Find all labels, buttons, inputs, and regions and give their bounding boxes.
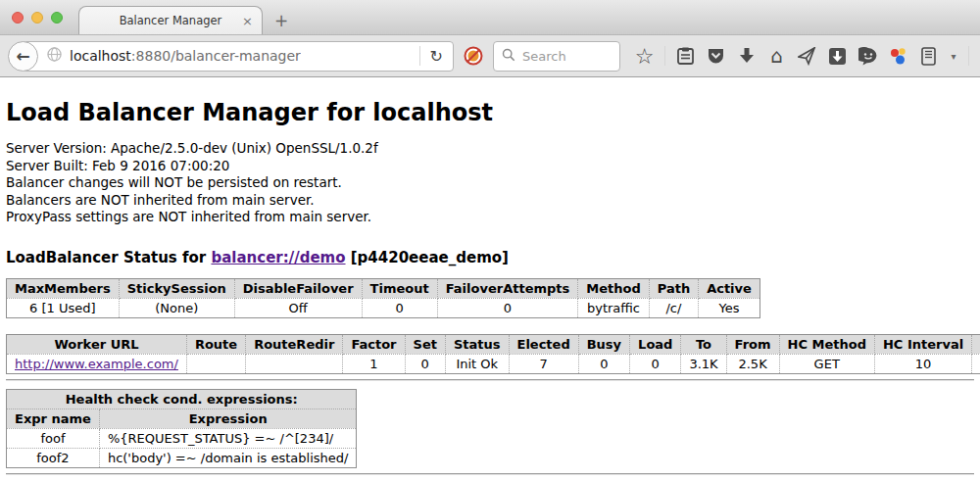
pocket-icon[interactable] <box>706 46 726 67</box>
colored-dots-extension-icon[interactable] <box>888 46 908 67</box>
col-header: MaxMembers <box>7 278 120 298</box>
server-built-line: Server Built: Feb 9 2016 07:00:20 <box>6 158 974 175</box>
balancer-settings-table: MaxMembers StickySession DisableFailover… <box>6 278 760 318</box>
cell-maxmembers: 6 [1 Used] <box>7 298 120 317</box>
col-header: Load <box>630 334 681 354</box>
cell-from: 2.5K <box>726 354 779 373</box>
url-path: :8880/balancer-manager <box>131 48 301 64</box>
cell-routeredir <box>246 354 343 373</box>
search-icon <box>502 47 515 66</box>
cell-expr-name: foof2 <box>7 448 100 467</box>
search-bar[interactable]: Search <box>493 41 620 72</box>
col-header: HC Interval <box>874 334 971 354</box>
cell-passes: 1 (0) <box>972 354 980 373</box>
cell-timeout: 0 <box>362 298 437 317</box>
bookmark-star-icon[interactable]: ☆ <box>634 46 655 67</box>
home-icon[interactable]: ⌂ <box>766 46 787 67</box>
close-window-button[interactable] <box>12 12 24 24</box>
col-header: Worker URL <box>7 334 187 354</box>
overflow-caret-icon[interactable]: ▾ <box>949 46 958 67</box>
cell-status: Init Ok <box>445 354 509 373</box>
col-header: RouteRedir <box>246 334 343 354</box>
col-header: Busy <box>578 334 629 354</box>
toolbar-icons: ☆ ⌂ <box>634 46 980 67</box>
cell-active: Yes <box>699 298 760 317</box>
search-placeholder: Search <box>522 49 566 64</box>
tab-balancer-manager[interactable]: Balancer Manager × <box>78 6 263 34</box>
chat-smiley-icon[interactable] <box>858 46 878 67</box>
heading-prefix: LoadBalancer Status for <box>6 249 211 266</box>
page-content: Load Balancer Manager for localhost Serv… <box>0 99 980 475</box>
table-row: foof2 hc('body') =~ /domain is establish… <box>7 448 357 467</box>
cell-stickysession: (None) <box>119 298 234 317</box>
back-button[interactable]: ← <box>8 41 38 72</box>
inherit-warning-line: Balancers are NOT inherited from main se… <box>6 192 974 210</box>
url-bar[interactable]: localhost:8880/balancer-manager ↻ <box>23 41 454 72</box>
titlebar: Balancer Manager × + <box>0 0 980 35</box>
server-version-line: Server Version: Apache/2.5.0-dev (Unix) … <box>6 140 974 158</box>
send-icon[interactable] <box>797 46 817 67</box>
content-blocker-icon[interactable] <box>464 46 483 66</box>
col-header: Passes <box>972 334 980 354</box>
video-download-icon[interactable] <box>827 46 848 67</box>
worker-url-link[interactable]: http://www.example.com/ <box>15 357 178 371</box>
close-tab-icon[interactable]: × <box>242 15 253 27</box>
col-header: Route <box>186 334 245 354</box>
col-header: To <box>681 334 726 354</box>
table-row: foof %{REQUEST_STATUS} =~ /^[234]/ <box>7 428 357 448</box>
col-header: Set <box>405 334 445 354</box>
downloads-icon[interactable] <box>736 46 757 67</box>
cell-path: /c/ <box>649 298 698 317</box>
persist-warning-line: Balancer changes will NOT be persisted o… <box>6 174 974 192</box>
cell-expression: hc('body') =~ /domain is established/ <box>99 448 357 467</box>
cell-factor: 1 <box>343 354 405 373</box>
new-tab-button[interactable]: + <box>274 13 288 29</box>
toolbar-divider <box>968 46 969 66</box>
navigation-toolbar: ← localhost:8880/balancer-manager ↻ Sear… <box>0 35 980 77</box>
page-title: Load Balancer Manager for localhost <box>6 99 974 126</box>
cell-expression: %{REQUEST_STATUS} =~ /^[234]/ <box>99 428 357 448</box>
cell-failoverattempts: 0 <box>437 298 578 317</box>
col-header: Timeout <box>362 278 437 298</box>
col-header: Active <box>699 278 760 298</box>
col-header: Method <box>578 278 649 298</box>
cell-hc-method: GET <box>779 354 874 373</box>
reading-list-icon[interactable] <box>675 46 696 67</box>
zoom-window-button[interactable] <box>51 12 63 24</box>
url-text[interactable]: localhost:8880/balancer-manager <box>70 48 301 64</box>
cell-hc-interval: 10 <box>874 354 971 373</box>
cell-to: 3.1K <box>681 354 726 373</box>
col-header: FailoverAttempts <box>437 278 578 298</box>
proxypass-warning-line: ProxyPass settings are NOT inherited fro… <box>6 209 974 226</box>
balancer-demo-link[interactable]: balancer://demo <box>211 249 345 266</box>
globe-icon <box>47 47 62 66</box>
col-header: Expression <box>99 409 357 428</box>
col-header: Expr name <box>7 409 100 428</box>
table-title-row: Health check cond. expressions: <box>7 389 357 409</box>
heading-suffix: [p4420eeae_demo] <box>346 249 509 266</box>
table-header-row: Worker URL Route RouteRedir Factor Set S… <box>7 334 980 354</box>
cell-method: bytraffic <box>578 298 649 317</box>
bottom-divider <box>6 473 974 475</box>
table-row: 6 [1 Used] (None) Off 0 0 bytraffic /c/ … <box>7 298 760 317</box>
tab-title: Balancer Manager <box>120 14 222 27</box>
cell-load: 0 <box>630 354 681 373</box>
col-header: DisableFailover <box>234 278 362 298</box>
section-divider <box>6 379 974 381</box>
toolbar-divider <box>664 46 665 66</box>
worker-row: http://www.example.com/ 1 0 Init Ok 7 0 … <box>7 354 980 373</box>
cell-route <box>186 354 245 373</box>
col-header: From <box>726 334 779 354</box>
reload-button[interactable]: ↻ <box>420 47 453 66</box>
cell-elected: 7 <box>509 354 578 373</box>
health-table-title: Health check cond. expressions: <box>7 389 357 409</box>
cell-busy: 0 <box>578 354 629 373</box>
window-controls <box>12 12 63 24</box>
minimize-window-button[interactable] <box>31 12 43 24</box>
sidebar-extension-icon[interactable] <box>918 46 939 67</box>
health-check-table: Health check cond. expressions: Expr nam… <box>6 389 357 468</box>
col-header: Factor <box>343 334 405 354</box>
url-domain: localhost <box>70 48 131 64</box>
col-header: HC Method <box>779 334 874 354</box>
table-header-row: Expr name Expression <box>7 409 357 428</box>
